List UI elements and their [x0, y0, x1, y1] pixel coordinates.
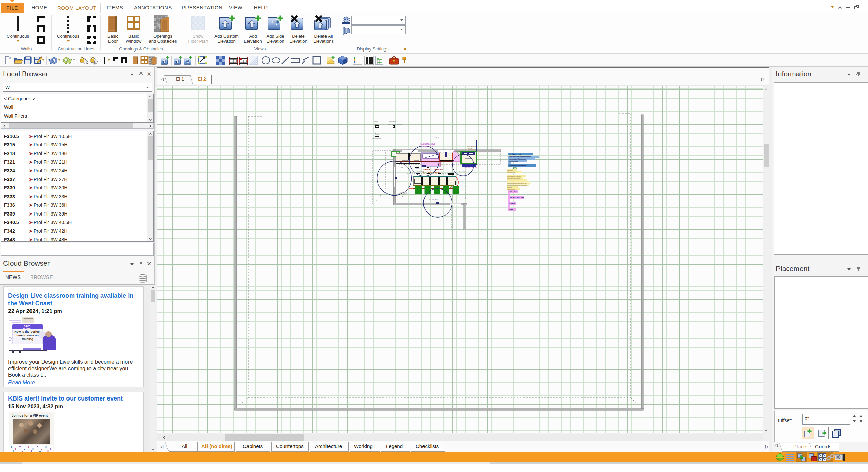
svg-text:xxxxxx xxxx xxxxxxx x xxxxxxx: xxxxxx xxxx xxxxxxx x xxxxxxx: [507, 181, 526, 183]
svg-text:FOR xxxx: FOR xxxx: [468, 148, 476, 150]
svg-text:APPROX: APPROX: [459, 171, 466, 173]
svg-text:xxxxx: xxxxx: [374, 123, 378, 125]
svg-text:? xxx: ? xxx: [375, 133, 379, 135]
svg-text:xxx.xxx.xxxx: xxx.xxx.xxxx: [509, 160, 518, 162]
svg-text:xxx & xxxxx xxxx: xxx & xxxxx xxxx: [509, 153, 521, 155]
svg-text:xxxx xxxxx xxxxxxxxx xxx xxx: xxxx xxxxx xxxxxxxxx xxx xxx: [509, 156, 531, 158]
svg-text:xxxx: xxxx: [374, 121, 378, 123]
svg-text:xxxx xxxx xxxx xxxxxx: xxxx xxxx xxxx xxxxxx: [507, 177, 520, 179]
svg-text:xxxxx xxxxxxxxx xxxx xxxxxxxxx: xxxxx xxxxxxxxx xxxx xxxxxxxxx: [507, 185, 527, 186]
svg-text:xxxx xx/xxxxx xxxxxxxx: xxxx xx/xxxxx xxxxxxxx: [507, 175, 521, 177]
svg-text:PULLS?: PULLS?: [509, 191, 517, 193]
svg-text:xxx xx xxxxx: xxx xx xxxxx: [372, 138, 381, 140]
svg-text:TRIM?: TRIM?: [509, 203, 515, 205]
svg-text:APPROX: APPROX: [399, 192, 407, 194]
svg-text:xxxxx xxxxxxxxx xxxx xxxxx xxx: xxxxx xxxxxxxxx xxxx xxxxx xxx: [507, 183, 526, 184]
svg-text:76' 0": 76' 0": [435, 137, 439, 139]
svg-text:DO NOT BUILD: DO NOT BUILD: [423, 171, 443, 174]
svg-text:xxxxx xx: xxxxx xx: [507, 186, 512, 188]
svg-text:42" REF SPACE: 42" REF SPACE: [420, 145, 433, 147]
svg-text:B24: B24: [400, 166, 403, 168]
svg-text:APPROX: APPROX: [417, 171, 425, 173]
svg-text:KITCHEN 1": KITCHEN 1": [467, 146, 477, 148]
svg-text:xxxxxxxx: xxxxxxxx: [507, 169, 513, 171]
svg-text:xxxxx xxxxxxx xxx xx xxxx: xxxxx xxxxxxx xxx xx xxxx: [507, 179, 523, 181]
svg-text:xxxx xxxxxxx: xxxx xxxxxxx: [507, 188, 515, 190]
svg-text:SINK?: SINK?: [509, 208, 515, 210]
svg-text:PANTRY CAB 96": PANTRY CAB 96": [464, 167, 477, 169]
svg-text:xxxx xx xxx xxxxxx: xxxx xx xxx xxxxxx: [388, 123, 402, 125]
svg-text:xxx xxxx: xxx xxxx: [389, 121, 396, 123]
svg-text:COUNTERTOPS: COUNTERTOPS: [509, 197, 524, 199]
svg-text:DRAFT DESIGN: DRAFT DESIGN: [423, 168, 443, 171]
svg-text:CABINETS ABOVE: CABINETS ABOVE: [420, 143, 435, 145]
svg-text:xxx.xxxxxxx@xxxxx.xxx: xxx.xxxxxxx@xxxxx.xxx: [509, 158, 526, 160]
svg-text:42" ISLAND: 42" ISLAND: [429, 198, 438, 200]
svg-text:xxxx xxx/xxxx: xxxx xxx/xxxx: [507, 171, 515, 173]
svg-text:xxxxx xxxxxxxx xxxxxxx: xxxxx xxxxxxxx xxxxxxx: [509, 165, 527, 167]
svg-text:DW24: DW24: [415, 168, 420, 170]
